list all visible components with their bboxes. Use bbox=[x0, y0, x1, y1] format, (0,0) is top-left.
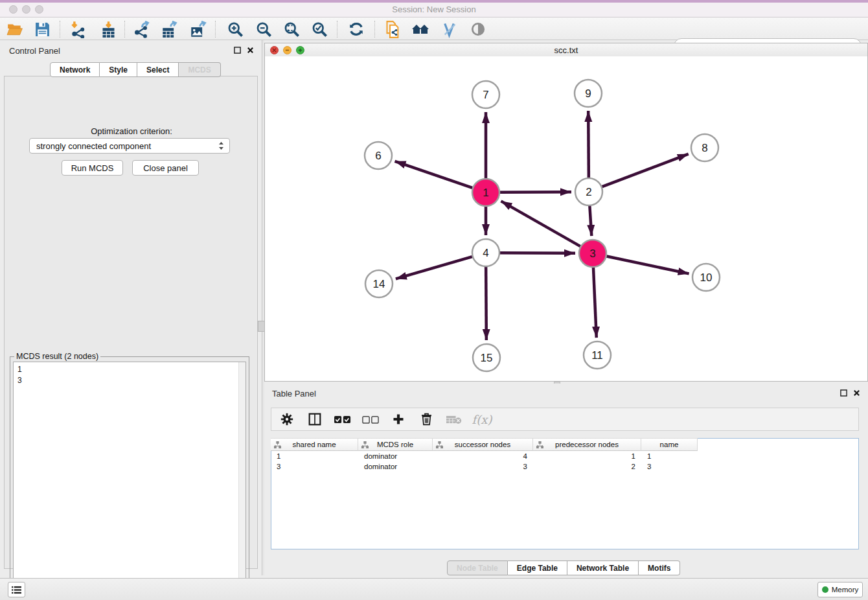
application-window: Session: New Session bbox=[0, 0, 868, 600]
column-header-MCDS-role[interactable]: MCDS role bbox=[358, 438, 433, 451]
network-graph: 7968124314101511 bbox=[265, 56, 867, 380]
column-header-predecessor-nodes[interactable]: predecessor nodes bbox=[533, 438, 641, 451]
edge-3-10[interactable] bbox=[607, 257, 689, 274]
import-table-icon[interactable] bbox=[98, 19, 118, 39]
edge-2-8[interactable] bbox=[602, 154, 689, 187]
window-title: Session: New Session bbox=[0, 5, 868, 14]
dropdown-value: strongly connected component bbox=[36, 141, 151, 151]
column-settings-gear-icon[interactable] bbox=[278, 410, 296, 428]
clone-network-icon[interactable] bbox=[383, 19, 402, 39]
select-all-checkboxes-icon[interactable] bbox=[334, 410, 352, 428]
mcds-result-title: MCDS result (2 nodes) bbox=[14, 352, 100, 361]
delete-row-icon[interactable] bbox=[417, 410, 435, 428]
cell-shared-name[interactable]: 1 bbox=[271, 451, 358, 461]
cell-name[interactable]: 3 bbox=[641, 461, 698, 472]
mcds-result-textarea[interactable]: 1 3 bbox=[13, 362, 246, 598]
network-canvas[interactable]: 7968124314101511 bbox=[264, 56, 868, 382]
export-image-icon[interactable] bbox=[188, 19, 208, 39]
graph-node-label-7: 7 bbox=[483, 89, 488, 101]
float-table-panel-icon[interactable] bbox=[840, 389, 847, 397]
cell-predecessor-nodes[interactable]: 2 bbox=[533, 461, 641, 472]
cell-MCDS-role[interactable]: dominator bbox=[358, 461, 433, 472]
show-hide-panels-icon[interactable] bbox=[468, 19, 488, 39]
table-panel-tabs: Node TableEdge TableNetwork TableMotifs bbox=[447, 560, 680, 575]
cell-MCDS-role[interactable]: dominator bbox=[358, 451, 433, 461]
cell-predecessor-nodes[interactable]: 1 bbox=[533, 451, 641, 461]
edge-2-3[interactable] bbox=[589, 206, 591, 236]
graph-node-label-9: 9 bbox=[585, 87, 591, 100]
mcds-panel: Optimization criterion: strongly connect… bbox=[4, 76, 258, 569]
tab-style[interactable]: Style bbox=[100, 62, 137, 77]
zoom-selected-icon[interactable] bbox=[310, 19, 329, 39]
show-column-panel-icon[interactable] bbox=[306, 410, 324, 428]
add-row-icon[interactable] bbox=[389, 410, 407, 428]
cell-shared-name[interactable]: 3 bbox=[271, 461, 358, 472]
tab-motifs[interactable]: Motifs bbox=[639, 560, 680, 575]
tab-mcds[interactable]: MCDS bbox=[179, 62, 220, 77]
function-builder-icon[interactable]: f(x) bbox=[473, 410, 491, 428]
toolbar-separator bbox=[337, 21, 337, 38]
export-table-icon[interactable] bbox=[160, 19, 179, 39]
edge-3-1[interactable] bbox=[501, 201, 580, 246]
cell-successor-nodes[interactable]: 4 bbox=[433, 451, 533, 461]
export-network-icon[interactable] bbox=[132, 19, 152, 39]
zoom-fit-icon[interactable] bbox=[282, 19, 301, 39]
close-panel-icon[interactable] bbox=[247, 47, 254, 54]
graph-node-label-2: 2 bbox=[586, 186, 591, 198]
delete-table-icon[interactable] bbox=[445, 410, 463, 428]
cell-successor-nodes[interactable]: 3 bbox=[433, 461, 533, 472]
main-toolbar bbox=[0, 17, 868, 40]
edge-3-11[interactable] bbox=[593, 268, 597, 338]
save-session-icon[interactable] bbox=[32, 19, 52, 39]
edge-1-2[interactable] bbox=[500, 192, 571, 192]
tab-select[interactable]: Select bbox=[137, 62, 179, 77]
edge-4-14[interactable] bbox=[396, 257, 472, 279]
edge-4-15[interactable] bbox=[486, 267, 486, 340]
memory-button[interactable]: Memory bbox=[817, 582, 863, 597]
close-table-panel-icon[interactable] bbox=[853, 389, 860, 397]
zoom-in-icon[interactable] bbox=[225, 19, 245, 39]
memory-label: Memory bbox=[832, 586, 859, 594]
task-history-button[interactable] bbox=[8, 582, 25, 597]
run-mcds-button[interactable]: Run MCDS bbox=[62, 160, 123, 176]
edge-2-9[interactable] bbox=[588, 111, 589, 178]
status-bar: Memory bbox=[0, 578, 868, 600]
cell-name[interactable]: 1 bbox=[641, 451, 698, 461]
optimization-criterion-label: Optimization criterion: bbox=[5, 126, 258, 136]
table-panel-title: Table Panel bbox=[272, 389, 316, 398]
zoom-out-icon[interactable] bbox=[254, 19, 273, 39]
column-header-shared-name[interactable]: shared name bbox=[271, 438, 358, 451]
mcds-result-lines: 1 3 bbox=[14, 362, 246, 388]
close-panel-button[interactable]: Close panel bbox=[132, 160, 199, 176]
graph-node-label-1: 1 bbox=[483, 187, 488, 199]
table-row[interactable]: 1dominator411 bbox=[271, 451, 698, 461]
tab-network[interactable]: Network bbox=[50, 62, 100, 77]
optimization-criterion-select[interactable]: strongly connected component bbox=[29, 138, 230, 154]
graph-node-label-15: 15 bbox=[481, 352, 493, 364]
edge-4-3[interactable] bbox=[500, 253, 575, 253]
column-header-name[interactable]: name bbox=[641, 438, 698, 451]
float-panel-icon[interactable] bbox=[234, 47, 241, 54]
edge-1-6[interactable] bbox=[395, 161, 473, 188]
table-panel: Table Panel bbox=[264, 384, 868, 575]
toolbar-separator bbox=[124, 21, 125, 38]
table-row[interactable]: 3dominator323 bbox=[271, 461, 698, 472]
network-window-title: scc.txt bbox=[265, 45, 867, 55]
deselect-all-checkboxes-icon[interactable] bbox=[361, 410, 380, 428]
import-network-icon[interactable] bbox=[68, 19, 87, 39]
control-panel-title: Control Panel bbox=[9, 46, 60, 56]
refresh-layout-icon[interactable] bbox=[347, 19, 366, 39]
chevron-up-down-icon bbox=[218, 141, 224, 150]
column-header-successor-nodes[interactable]: successor nodes bbox=[433, 438, 533, 451]
go-home-icon[interactable] bbox=[411, 19, 430, 39]
apply-style-icon[interactable] bbox=[439, 19, 459, 39]
tab-network-table[interactable]: Network Table bbox=[567, 560, 639, 575]
result-scrollbar[interactable] bbox=[238, 362, 246, 597]
tab-node-table[interactable]: Node Table bbox=[447, 560, 508, 575]
graph-node-label-14: 14 bbox=[373, 278, 385, 290]
network-window-titlebar[interactable]: scc.txt bbox=[264, 43, 868, 57]
open-file-icon[interactable] bbox=[5, 19, 25, 39]
memory-status-icon bbox=[822, 586, 828, 593]
tab-edge-table[interactable]: Edge Table bbox=[508, 560, 567, 575]
fx-label: f(x) bbox=[472, 413, 492, 426]
